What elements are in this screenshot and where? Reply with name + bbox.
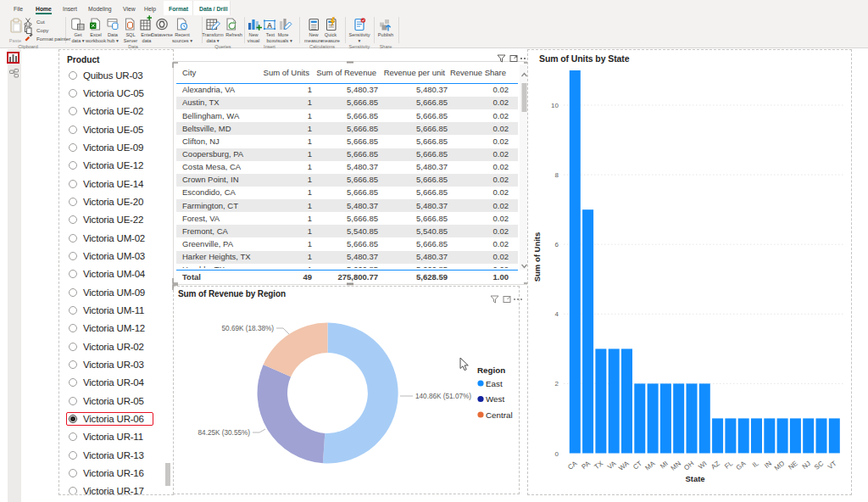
svg-text:MA: MA bbox=[643, 460, 657, 472]
svg-text:TX: TX bbox=[593, 460, 605, 471]
svg-text:OH: OH bbox=[682, 460, 695, 472]
svg-text:SC: SC bbox=[813, 460, 825, 471]
svg-text:FL: FL bbox=[723, 460, 734, 471]
svg-text:MN: MN bbox=[670, 460, 683, 472]
svg-text:4: 4 bbox=[555, 310, 559, 318]
svg-text:VT: VT bbox=[826, 460, 838, 471]
svg-text:10: 10 bbox=[551, 102, 559, 109]
svg-text:WI: WI bbox=[697, 460, 708, 471]
svg-text:GA: GA bbox=[735, 460, 748, 472]
svg-text:IN: IN bbox=[763, 460, 773, 470]
svg-text:PA: PA bbox=[580, 460, 592, 471]
svg-text:A: A bbox=[267, 21, 272, 30]
svg-text:NJ: NJ bbox=[801, 460, 812, 471]
svg-text:MI: MI bbox=[659, 460, 670, 471]
svg-text:WA: WA bbox=[617, 460, 631, 472]
svg-text:6: 6 bbox=[555, 241, 559, 248]
svg-text:IL: IL bbox=[751, 460, 760, 470]
svg-text:VA: VA bbox=[606, 460, 618, 471]
svg-text:NE: NE bbox=[787, 460, 798, 471]
svg-text:CA: CA bbox=[566, 460, 579, 471]
svg-text:0: 0 bbox=[555, 450, 559, 458]
svg-text:2: 2 bbox=[555, 380, 559, 388]
svg-text:State: State bbox=[685, 474, 704, 483]
svg-text:AZ: AZ bbox=[709, 460, 721, 471]
svg-text:MD: MD bbox=[773, 460, 787, 472]
svg-text:Sum of Units: Sum of Units bbox=[532, 232, 542, 282]
svg-text:CT: CT bbox=[632, 460, 643, 471]
svg-text:8: 8 bbox=[555, 171, 559, 179]
